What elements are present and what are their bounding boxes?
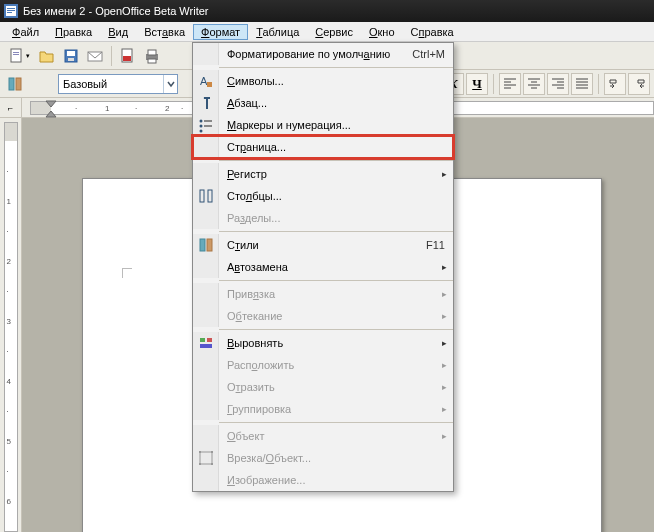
svg-rect-29 xyxy=(207,239,212,251)
menu-item-label: Изображение... xyxy=(219,474,453,486)
vertical-ruler[interactable]: · 1 · 2 · 3 · 4 · 5 · 6 xyxy=(0,118,22,532)
menu-item: Группировка▸ xyxy=(193,398,453,420)
svg-rect-2 xyxy=(7,8,15,9)
svg-rect-33 xyxy=(200,452,212,464)
menu-сервис[interactable]: Сервис xyxy=(307,24,361,40)
toolbar-separator xyxy=(598,74,599,94)
menu-item-shortcut: Ctrl+M xyxy=(412,48,453,60)
paragraph-style-value: Базовый xyxy=(63,78,107,90)
paragraph-style-combo[interactable]: Базовый xyxy=(58,74,178,94)
submenu-arrow-icon: ▸ xyxy=(439,311,453,321)
window-title: Без имени 2 - OpenOffice Beta Writer xyxy=(23,5,209,17)
menu-separator xyxy=(219,280,453,281)
blank-icon xyxy=(193,283,219,305)
menu-вставка[interactable]: Вставка xyxy=(136,24,193,40)
print-button[interactable] xyxy=(141,45,163,67)
svg-rect-35 xyxy=(211,451,213,453)
submenu-arrow-icon: ▸ xyxy=(439,404,453,414)
svg-rect-20 xyxy=(207,82,212,87)
frame-icon xyxy=(193,447,219,469)
menu-item[interactable]: Абзац... xyxy=(193,92,453,114)
chevron-down-icon[interactable] xyxy=(163,75,177,93)
toolbar-separator xyxy=(493,74,494,94)
menu-separator xyxy=(219,231,453,232)
blank-icon xyxy=(193,398,219,420)
menu-item: Изображение... xyxy=(193,469,453,491)
align-right-button[interactable] xyxy=(547,73,569,95)
align-left-button[interactable] xyxy=(499,73,521,95)
menu-item: Расположить▸ xyxy=(193,354,453,376)
blank-icon xyxy=(193,425,219,447)
app-icon xyxy=(4,4,18,18)
align-icon xyxy=(193,332,219,354)
char-icon: A xyxy=(193,70,219,92)
menu-item[interactable]: Автозамена▸ xyxy=(193,256,453,278)
svg-point-21 xyxy=(199,120,202,123)
menu-item-label: Маркеры и нумерация... xyxy=(219,119,453,131)
list-icon xyxy=(193,114,219,136)
menu-item-label: Обтекание xyxy=(219,310,439,322)
indent-marker-icon[interactable] xyxy=(45,100,57,118)
menu-item[interactable]: Выровнять▸ xyxy=(193,332,453,354)
svg-rect-7 xyxy=(13,54,19,55)
save-button[interactable] xyxy=(60,45,82,67)
para-icon xyxy=(193,92,219,114)
menu-item-label: Врезка/Объект... xyxy=(219,452,453,464)
svg-point-23 xyxy=(199,125,202,128)
menu-item[interactable]: Столбцы... xyxy=(193,185,453,207)
menu-таблица[interactable]: Таблица xyxy=(248,24,307,40)
new-button[interactable]: ▾ xyxy=(4,45,34,67)
styles-button[interactable] xyxy=(4,73,26,95)
menu-вид[interactable]: Вид xyxy=(100,24,136,40)
menu-item-label: Группировка xyxy=(219,403,439,415)
blank-icon xyxy=(193,376,219,398)
menu-item[interactable]: СтилиF11 xyxy=(193,234,453,256)
menu-item-label: Расположить xyxy=(219,359,439,371)
svg-rect-34 xyxy=(199,451,201,453)
svg-rect-31 xyxy=(207,338,212,342)
menu-item[interactable]: Маркеры и нумерация... xyxy=(193,114,453,136)
menu-правка[interactable]: Правка xyxy=(47,24,100,40)
menu-item-label: Отразить xyxy=(219,381,439,393)
blank-icon xyxy=(193,354,219,376)
align-center-button[interactable] xyxy=(523,73,545,95)
submenu-arrow-icon: ▸ xyxy=(439,431,453,441)
open-button[interactable] xyxy=(36,45,58,67)
blank-icon xyxy=(193,256,219,278)
submenu-arrow-icon: ▸ xyxy=(439,360,453,370)
pdf-button[interactable] xyxy=(117,45,139,67)
menu-файл[interactable]: Файл xyxy=(4,24,47,40)
ltr-button[interactable] xyxy=(604,73,626,95)
menu-item[interactable]: Страница... xyxy=(193,136,453,158)
menu-item-label: Абзац... xyxy=(219,97,453,109)
align-justify-button[interactable] xyxy=(571,73,593,95)
svg-rect-4 xyxy=(7,12,12,13)
menu-separator xyxy=(219,422,453,423)
svg-rect-30 xyxy=(200,338,205,342)
menu-окно[interactable]: Окно xyxy=(361,24,403,40)
svg-rect-37 xyxy=(211,463,213,465)
menu-item: Объект▸ xyxy=(193,425,453,447)
menu-item: Разделы... xyxy=(193,207,453,229)
menu-формат[interactable]: Формат xyxy=(193,24,248,40)
underline-button[interactable]: Ч xyxy=(466,73,488,95)
menu-item: Отразить▸ xyxy=(193,376,453,398)
menu-item[interactable]: AСимволы... xyxy=(193,70,453,92)
menu-справка[interactable]: Справка xyxy=(403,24,462,40)
menu-item[interactable]: Регистр▸ xyxy=(193,163,453,185)
menu-item-label: Регистр xyxy=(219,168,439,180)
styles-icon xyxy=(193,234,219,256)
svg-rect-15 xyxy=(148,50,156,55)
svg-rect-28 xyxy=(200,239,205,251)
svg-point-25 xyxy=(199,130,202,133)
menu-item-label: Объект xyxy=(219,430,439,442)
email-button[interactable] xyxy=(84,45,106,67)
svg-rect-36 xyxy=(199,463,201,465)
svg-rect-26 xyxy=(200,190,204,202)
submenu-arrow-icon: ▸ xyxy=(439,289,453,299)
menu-item[interactable]: Форматирование по умолчаниюCtrl+M xyxy=(193,43,453,65)
svg-rect-18 xyxy=(16,78,21,90)
svg-rect-5 xyxy=(11,49,21,62)
rtl-button[interactable] xyxy=(628,73,650,95)
menu-item-label: Стили xyxy=(219,239,426,251)
